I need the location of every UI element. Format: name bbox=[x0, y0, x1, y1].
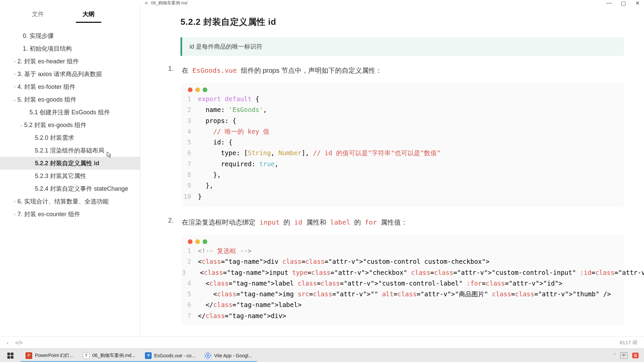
code-line: 3 <class="tag-name">input type=class="at… bbox=[182, 267, 624, 278]
code-line: 4 // 唯一的 key 值 bbox=[182, 126, 624, 137]
code-line: 5 id: { bbox=[182, 137, 624, 147]
outline-label: 5.1 创建并注册 EsGoods 组件 bbox=[30, 108, 110, 116]
outline-item[interactable]: 5.2.2 封装自定义属性 id bbox=[0, 157, 140, 170]
taskbar-item[interactable]: PPowerPoint 幻灯... bbox=[21, 349, 78, 362]
traffic-light-green-icon bbox=[203, 239, 207, 244]
inline-code: for bbox=[363, 218, 379, 226]
outline-item[interactable]: 1. 初始化项目结构 bbox=[0, 42, 140, 55]
outline-item[interactable]: ›7. 封装 es-counter 组件 bbox=[0, 208, 140, 221]
outline-label: 5.2.4 封装自定义事件 stateChange bbox=[35, 185, 128, 193]
editor-content[interactable]: 5.2.2 封装自定义属性 id id 是每件商品的唯一标识符 1. 在 EsG… bbox=[140, 6, 644, 337]
step-body: 在 EsGoods.vue 组件的 props 节点中，声明如下的自定义属性： bbox=[182, 65, 624, 76]
outline-label: 6. 实现合计、结算数量、全选功能 bbox=[17, 197, 109, 205]
chevron-icon[interactable]: ⌄ bbox=[19, 123, 24, 127]
code-line: 3 props: { bbox=[182, 115, 624, 126]
outline-label: 5.2.0 封装需求 bbox=[35, 134, 74, 142]
outline-item[interactable]: ⌄5.2 封装 es-goods 组件 bbox=[0, 119, 140, 131]
chevron-icon[interactable]: › bbox=[12, 59, 17, 64]
chevron-icon[interactable]: ⌄ bbox=[12, 97, 17, 102]
code-line: 6 </class="tag-name">label> bbox=[182, 299, 624, 310]
tab-file[interactable]: 文件 bbox=[18, 6, 57, 23]
outline-label: 1. 初始化项目结构 bbox=[23, 45, 72, 53]
taskbar-item[interactable]: Vite App - Googl... bbox=[200, 349, 257, 362]
code-line: 4 <class="tag-name">label class=class="a… bbox=[182, 278, 624, 289]
app-icon: P bbox=[25, 352, 32, 359]
step-body: 在渲染复选框时动态绑定 input 的 id 属性和 label 的 for 属… bbox=[182, 217, 624, 228]
outline-item[interactable]: ›6. 实现合计、结算数量、全选功能 bbox=[0, 195, 140, 208]
code-line: 7 required: true, bbox=[182, 159, 624, 169]
svg-rect-2 bbox=[7, 356, 10, 359]
traffic-light-red-icon bbox=[188, 239, 193, 244]
outline-label: 5.2.1 渲染组件的基础布局 bbox=[35, 146, 104, 155]
chevron-left-icon[interactable]: ‹ bbox=[7, 340, 8, 346]
code-line: 9 }, bbox=[182, 180, 624, 191]
start-button[interactable] bbox=[0, 349, 21, 362]
taskbar-label: PowerPoint 幻灯... bbox=[35, 353, 73, 359]
inline-code: id bbox=[292, 218, 304, 226]
app-icon: ⧩ bbox=[145, 352, 152, 359]
tab-outline[interactable]: 大纲 bbox=[69, 6, 108, 23]
outline-item[interactable]: 5.2.4 封装自定义事件 stateChange bbox=[0, 182, 140, 195]
inline-code: label bbox=[328, 218, 352, 226]
outline-item[interactable]: 5.2.3 封装其它属性 bbox=[0, 170, 140, 182]
code-line: 10} bbox=[182, 191, 624, 202]
svg-rect-0 bbox=[7, 353, 10, 355]
outline-label: 5. 封装 es-goods 组件 bbox=[17, 96, 76, 104]
traffic-light-yellow-icon bbox=[195, 239, 200, 244]
outline-item[interactable]: 0. 实现步骤 bbox=[0, 29, 140, 42]
step-number: 1. bbox=[160, 65, 174, 76]
outline-item[interactable]: ›3. 基于 axios 请求商品列表数据 bbox=[0, 68, 140, 80]
minimize-button[interactable]: — bbox=[606, 0, 612, 6]
word-count[interactable]: 6117 词 bbox=[620, 340, 637, 346]
taskbar-label: Vite App - Googl... bbox=[214, 353, 252, 358]
outline-label: 5.2.3 封装其它属性 bbox=[35, 172, 86, 180]
outline-label: 2. 封装 es-header 组件 bbox=[17, 57, 79, 65]
taskbar-item[interactable]: ⧩EsGoods.vue - co... bbox=[140, 349, 200, 362]
step-number: 2. bbox=[160, 217, 174, 228]
tray-chevron-icon[interactable]: ˆ bbox=[614, 353, 616, 358]
chevron-icon[interactable]: › bbox=[12, 72, 17, 76]
inline-code: input bbox=[258, 218, 282, 226]
code-mode-icon[interactable]: </> bbox=[15, 340, 23, 346]
outline-label: 5.2.2 封装自定义属性 id bbox=[35, 159, 99, 167]
outline-item[interactable]: 5.1 创建并注册 EsGoods 组件 bbox=[0, 106, 140, 119]
code-line: 8 }, bbox=[182, 169, 624, 180]
outline-label: 7. 封装 es-counter 组件 bbox=[17, 210, 80, 218]
outline-item[interactable]: ›4. 封装 es-footer 组件 bbox=[0, 80, 140, 93]
outline-item[interactable]: 5.2.1 渲染组件的基础布局 bbox=[0, 144, 140, 157]
outline-label: 0. 实现步骤 bbox=[23, 32, 54, 40]
outline-label: 3. 基于 axios 请求商品列表数据 bbox=[17, 70, 102, 78]
svg-rect-3 bbox=[11, 356, 13, 359]
outline-tree: 0. 实现步骤1. 初始化项目结构›2. 封装 es-header 组件›3. … bbox=[0, 23, 140, 337]
ime-sogou-icon[interactable]: S bbox=[632, 353, 639, 358]
hamburger-icon[interactable]: ≡ bbox=[145, 0, 148, 6]
chevron-icon[interactable]: › bbox=[12, 212, 17, 217]
outline-item[interactable]: ›2. 封装 es-header 组件 bbox=[0, 55, 140, 68]
code-line: 2 name: 'EsGoods', bbox=[182, 104, 624, 115]
code-line: 7</class="tag-name">div> bbox=[182, 310, 624, 321]
inline-code: EsGoods.vue bbox=[191, 66, 239, 74]
taskbar-label: 06_购物车案例.md... bbox=[92, 353, 135, 359]
taskbar-label: EsGoods.vue - co... bbox=[154, 353, 196, 358]
traffic-light-yellow-icon bbox=[195, 87, 200, 92]
outline-item[interactable]: 5.2.0 封装需求 bbox=[0, 131, 140, 144]
titlebar: ≡ 06_购物车案例.md — ▢ ✕ bbox=[0, 0, 644, 6]
code-line: 1export default { bbox=[182, 94, 624, 104]
svg-point-5 bbox=[207, 355, 209, 357]
sidebar: 文件 大纲 0. 实现步骤1. 初始化项目结构›2. 封装 es-header … bbox=[0, 6, 140, 337]
chevron-icon[interactable]: › bbox=[12, 84, 17, 89]
chevron-icon[interactable]: › bbox=[12, 199, 17, 204]
taskbar-item[interactable]: T06_购物车案例.md... bbox=[78, 349, 140, 362]
outline-item[interactable]: ⌄5. 封装 es-goods 组件 bbox=[0, 93, 140, 106]
svg-rect-1 bbox=[11, 353, 13, 355]
callout-block: id 是每件商品的唯一标识符 bbox=[180, 37, 624, 56]
outline-label: 5.2 封装 es-goods 组件 bbox=[24, 121, 87, 129]
ime-indicator[interactable]: 中 bbox=[620, 352, 628, 359]
traffic-light-green-icon bbox=[203, 87, 207, 92]
maximize-button[interactable]: ▢ bbox=[621, 0, 626, 6]
app-icon: T bbox=[83, 352, 90, 359]
close-button[interactable]: ✕ bbox=[635, 0, 640, 6]
traffic-light-red-icon bbox=[188, 87, 193, 92]
code-block: 1export default {2 name: 'EsGoods',3 pro… bbox=[182, 83, 624, 206]
filename: 06_购物车案例.md bbox=[151, 0, 187, 6]
